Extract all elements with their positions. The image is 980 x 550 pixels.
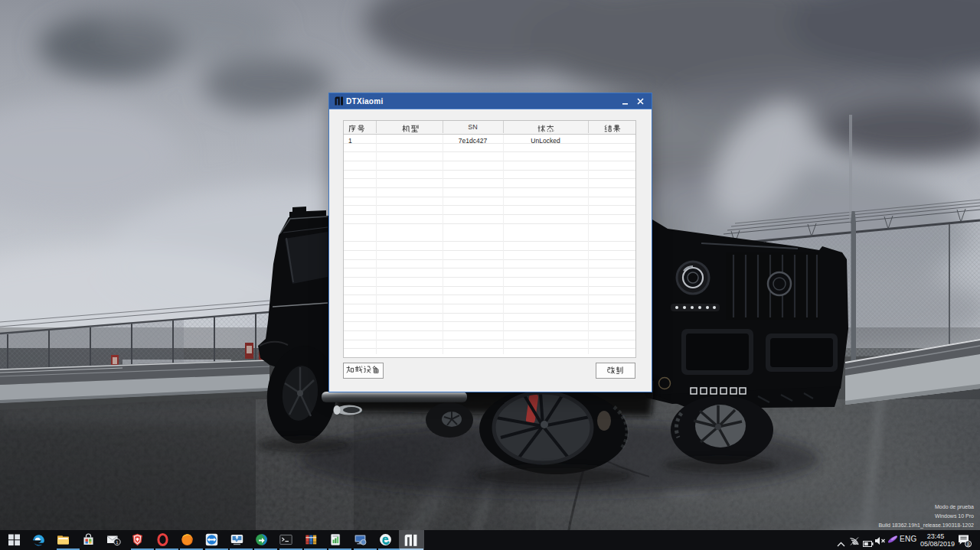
svg-text:8: 8 [967,542,970,547]
